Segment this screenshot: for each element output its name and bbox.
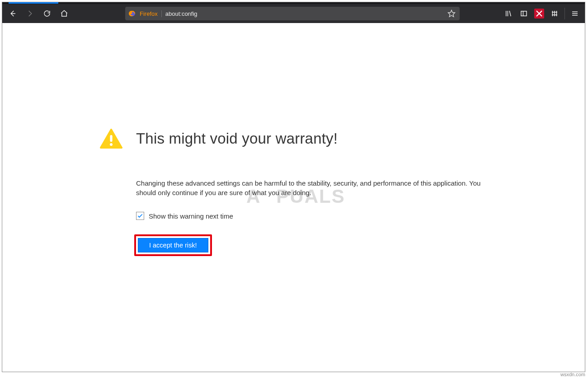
- svg-rect-1: [521, 11, 527, 16]
- identity-label: Firefox: [140, 10, 162, 17]
- warning-container: This might void your warranty! Changing …: [100, 129, 493, 256]
- firefox-icon: [129, 10, 136, 17]
- home-button[interactable]: [56, 6, 72, 21]
- checkmark-icon: [137, 213, 143, 219]
- sidebar-button[interactable]: [517, 6, 531, 21]
- svg-point-9: [110, 143, 113, 146]
- arrow-right-icon: [26, 9, 34, 18]
- accept-risk-button[interactable]: I accept the risk!: [138, 238, 208, 252]
- tab-strip: [2, 2, 585, 4]
- source-attribution: wsxdn.com: [560, 372, 585, 377]
- menu-button[interactable]: [568, 6, 582, 21]
- library-button[interactable]: [501, 6, 516, 21]
- extension-grid-button[interactable]: [547, 6, 562, 21]
- back-button[interactable]: [5, 6, 20, 21]
- warning-icon: [100, 129, 122, 149]
- page-content: APUALS This might void your warranty! Ch…: [2, 23, 585, 372]
- show-warning-checkbox-row: Show this warning next time: [136, 212, 493, 220]
- bookmark-star-button[interactable]: [447, 9, 456, 18]
- active-tab-indicator: [9, 2, 58, 4]
- show-warning-checkbox[interactable]: [136, 212, 144, 220]
- navigation-toolbar: Firefox about:config: [2, 4, 585, 23]
- url-text: about:config: [165, 10, 443, 17]
- home-icon: [60, 9, 68, 18]
- accept-button-highlight: I accept the risk!: [134, 234, 212, 256]
- warning-header: This might void your warranty!: [100, 129, 493, 149]
- grid-icon: [550, 9, 559, 18]
- reload-button[interactable]: [39, 6, 55, 21]
- star-icon: [447, 9, 456, 18]
- browser-window: Firefox about:config: [2, 2, 585, 372]
- sidebar-icon: [520, 9, 528, 18]
- svg-rect-8: [110, 135, 112, 142]
- toolbar-divider: [564, 8, 565, 19]
- reload-icon: [43, 9, 51, 18]
- hamburger-icon: [571, 9, 579, 18]
- arrow-left-icon: [9, 9, 17, 18]
- noscript-icon: [534, 9, 544, 19]
- noscript-button[interactable]: [532, 6, 546, 21]
- show-warning-checkbox-label: Show this warning next time: [149, 212, 233, 220]
- forward-button[interactable]: [22, 6, 38, 21]
- warning-body-text: Changing these advanced settings can be …: [136, 178, 484, 197]
- warning-title: This might void your warranty!: [136, 130, 338, 147]
- library-icon: [504, 9, 513, 18]
- toolbar-right-group: [488, 6, 582, 21]
- address-bar[interactable]: Firefox about:config: [125, 7, 460, 20]
